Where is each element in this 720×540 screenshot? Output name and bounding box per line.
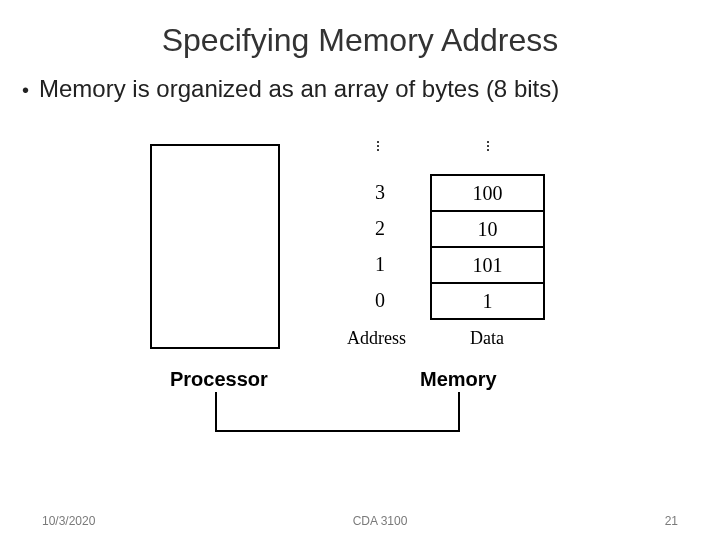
address-value: 0 [370,282,390,318]
data-label: Data [470,328,504,349]
address-column: 3 2 1 0 [370,174,390,318]
ellipsis-icon: ... [376,136,380,148]
bullet-item: • Memory is organized as an array of byt… [0,75,720,105]
memory-diagram: ... ... 3 2 1 0 100 10 101 1 Address Dat… [140,130,580,460]
data-column: 100 10 101 1 [430,174,545,320]
processor-box [150,144,280,349]
data-cell: 10 [432,212,543,248]
footer-date: 10/3/2020 [42,514,95,528]
data-cell: 100 [432,176,543,212]
connector-line [215,430,460,432]
data-cell: 101 [432,248,543,284]
address-value: 1 [370,246,390,282]
data-cell: 1 [432,284,543,320]
bullet-icon: • [22,75,29,105]
slide-title: Specifying Memory Address [0,22,720,59]
address-label: Address [347,328,406,349]
footer-page: 21 [665,514,678,528]
address-value: 3 [370,174,390,210]
footer-course: CDA 3100 [353,514,408,528]
processor-label: Processor [170,368,268,391]
address-value: 2 [370,210,390,246]
connector-line [215,392,217,430]
bullet-text: Memory is organized as an array of bytes… [39,75,559,103]
connector-line [458,392,460,430]
ellipsis-icon: ... [486,136,490,148]
slide-footer: 10/3/2020 CDA 3100 21 [0,514,720,528]
memory-label: Memory [420,368,497,391]
